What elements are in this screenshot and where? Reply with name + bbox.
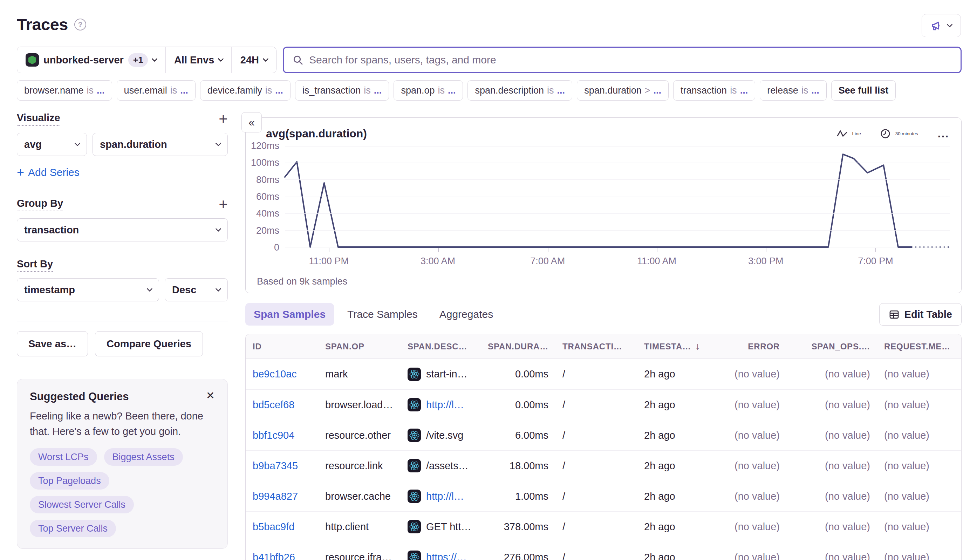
chip-operator: is (547, 85, 554, 96)
suggested-query-pill[interactable]: Worst LCPs (30, 448, 97, 466)
column-header-span-op[interactable]: SPAN.OP (318, 342, 400, 352)
column-header-span-ops-[interactable]: SPAN_OPS.… (787, 342, 877, 352)
column-header-error[interactable]: ERROR (721, 342, 787, 352)
chart-more-menu[interactable]: … (937, 131, 950, 136)
span-id-link[interactable]: be9c10ac (253, 368, 297, 380)
chart-plot-area[interactable] (285, 146, 950, 247)
timestamp-value[interactable]: 2h ago (644, 491, 675, 502)
add-visualize-button[interactable]: + (219, 111, 228, 127)
table-row: b5bac9fdhttp.client GET htt…378.00ms/2h … (246, 511, 961, 542)
span-id-link[interactable]: b5bac9fd (253, 521, 294, 532)
timestamp-value[interactable]: 2h ago (644, 430, 675, 441)
column-header-span-dura-[interactable]: SPAN.DURA… (485, 342, 555, 352)
help-icon[interactable]: ? (74, 18, 86, 30)
collapse-sidebar-button[interactable]: « (242, 112, 262, 132)
filter-chip-browser.name[interactable]: browser.nameis... (17, 80, 112, 100)
timestamp-value[interactable]: 2h ago (644, 552, 675, 560)
span-samples-table: IDSPAN.OPSPAN.DESC…SPAN.DURA…TRANSACTI…T… (245, 334, 962, 560)
x-axis-tick (329, 248, 329, 252)
compare-queries-button[interactable]: Compare Queries (95, 331, 203, 357)
sort-direction-select[interactable]: Desc (165, 278, 228, 302)
filter-chip-span.duration[interactable]: span.duration>... (577, 80, 668, 100)
column-label: SPAN.DESC… (408, 342, 467, 352)
x-axis-label: 7:00 PM (858, 256, 893, 267)
chart-interval-button[interactable]: 30 minutes (880, 128, 918, 139)
span-id-link[interactable]: b41bfb26 (253, 552, 295, 560)
cell-span-op: resource.link (318, 460, 400, 472)
chart-type-button[interactable]: Line (837, 129, 861, 138)
environment-selector[interactable]: All Envs (166, 47, 231, 73)
gridline (285, 146, 950, 147)
suggested-query-pill[interactable]: Top Pageloads (30, 472, 109, 490)
span-id-link[interactable]: bbf1c904 (253, 430, 294, 441)
timestamp-value[interactable]: 2h ago (644, 460, 675, 472)
search-bar[interactable] (283, 47, 962, 73)
megaphone-icon (931, 19, 943, 32)
column-header-transacti-[interactable]: TRANSACTI… (555, 342, 637, 352)
cell-error: (no value) (721, 430, 787, 441)
save-as-button[interactable]: Save as… (17, 331, 88, 357)
span-description-link[interactable]: http://l… (426, 399, 464, 411)
filter-chip-span.description[interactable]: span.descriptionis... (467, 80, 572, 100)
search-input[interactable] (309, 54, 952, 66)
sort-desc-icon[interactable]: ↓ (695, 341, 700, 352)
y-axis: 120ms100ms80ms60ms40ms20ms0 (246, 146, 285, 247)
cell-request-method: (no value) (877, 460, 961, 472)
add-series-button[interactable]: + Add Series (17, 165, 80, 180)
time-range-selector[interactable]: 24H (232, 47, 276, 73)
chip-operator: is (438, 85, 445, 96)
content: Visualize + avg span.duration + Add Seri… (17, 111, 962, 560)
column-label: ERROR (748, 342, 780, 352)
tab-trace-samples[interactable]: Trace Samples (339, 303, 426, 325)
suggested-query-pill[interactable]: Top Server Calls (30, 520, 116, 537)
timestamp-value[interactable]: 2h ago (644, 521, 675, 533)
cell-transaction: / (555, 460, 637, 472)
edit-table-button[interactable]: Edit Table (879, 303, 962, 325)
project-selector[interactable]: unborked-server +1 (17, 47, 165, 73)
cell-error: (no value) (721, 368, 787, 380)
filter-chip-user.email[interactable]: user.emailis... (117, 80, 195, 100)
span-id-link[interactable]: b9ba7345 (253, 460, 298, 471)
cell-span-op: browser.load… (318, 399, 400, 411)
cell-timestamp: 2h ago (637, 460, 721, 472)
sample-count-note: Based on 9k samples (246, 270, 961, 293)
tab-aggregates[interactable]: Aggregates (431, 303, 502, 325)
page-filter-group: unborked-server +1 All Envs 24H (17, 47, 277, 73)
span-id-link[interactable]: b994a827 (253, 491, 298, 502)
span-description-link[interactable]: https://… (426, 552, 467, 560)
cell-span-ops: (no value) (787, 368, 877, 380)
group-by-value: transaction (24, 224, 79, 236)
filter-chip-span.op[interactable]: span.opis... (393, 80, 463, 100)
timestamp-value[interactable]: 2h ago (644, 368, 675, 380)
suggested-query-pill[interactable]: Biggest Assets (104, 448, 183, 466)
cell-span-duration: 0.00ms (485, 368, 555, 380)
sort-field-select[interactable]: timestamp (17, 278, 159, 302)
span-description-link[interactable]: http://l… (426, 491, 464, 502)
filter-chip-release[interactable]: releaseis... (760, 80, 827, 100)
add-group-by-button[interactable]: + (219, 197, 228, 212)
group-by-select[interactable]: transaction (17, 218, 228, 242)
column-header-span-desc-[interactable]: SPAN.DESC… (400, 342, 485, 352)
cell-span-op: resource.other (318, 430, 400, 441)
visualize-section-header: Visualize + (17, 111, 228, 127)
chip-operator: is (802, 85, 808, 96)
x-axis: 11:00 PM3:00 AM7:00 AM11:00 AM3:00 PM7:0… (285, 248, 950, 270)
column-header-id[interactable]: ID (246, 342, 318, 352)
filter-chip-is_transaction[interactable]: is_transactionis... (295, 80, 389, 100)
whats-new-button[interactable] (922, 14, 961, 37)
cell-span-id: be9c10ac (246, 368, 318, 380)
column-header-request-me-[interactable]: REQUEST.ME… (877, 342, 961, 352)
aggregate-select[interactable]: avg (17, 133, 87, 156)
table-body: be9c10acmark start-in…0.00ms/2h ago(no v… (246, 359, 961, 560)
span-id-link[interactable]: bd5cef68 (253, 399, 294, 410)
filter-chip-transaction[interactable]: transactionis... (673, 80, 755, 100)
see-full-list-button[interactable]: See full list (831, 80, 896, 100)
field-select[interactable]: span.duration (93, 133, 228, 156)
column-header-timesta-[interactable]: TIMESTA…↓ (637, 341, 721, 352)
tab-span-samples[interactable]: Span Samples (245, 303, 334, 325)
timestamp-value[interactable]: 2h ago (644, 399, 675, 411)
filter-chip-device.family[interactable]: device.familyis... (200, 80, 290, 100)
close-icon[interactable]: ✕ (206, 390, 215, 401)
chip-operator: is (265, 85, 272, 96)
suggested-query-pill[interactable]: Slowest Server Calls (30, 496, 134, 513)
